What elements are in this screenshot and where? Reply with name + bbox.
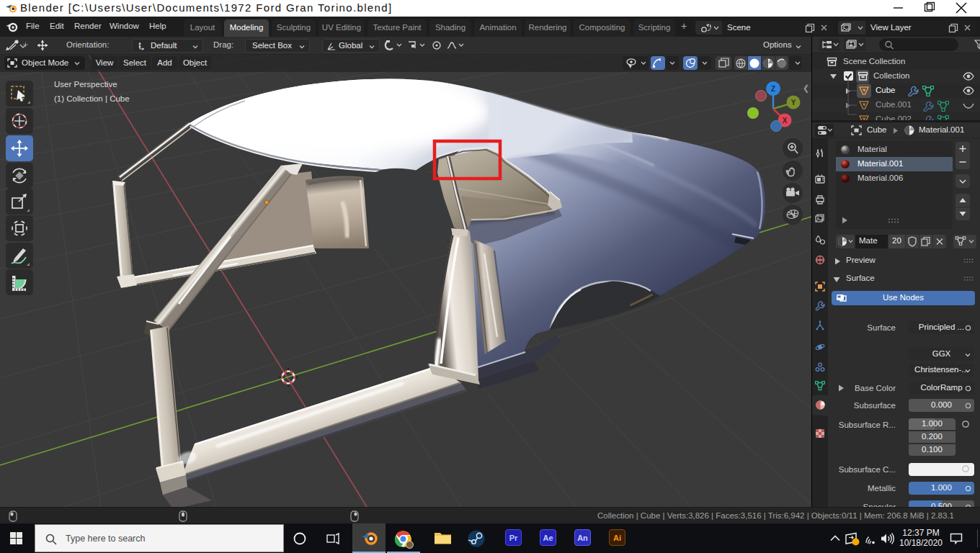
svg-text:Z: Z xyxy=(771,85,775,93)
svg-text:Y: Y xyxy=(791,99,796,107)
svg-text:(1) Collection | Cube: (1) Collection | Cube xyxy=(54,94,130,103)
svg-text:X: X xyxy=(783,117,788,125)
svg-text:User Perspective: User Perspective xyxy=(54,80,117,89)
svg-text:❮: ❮ xyxy=(803,84,809,93)
